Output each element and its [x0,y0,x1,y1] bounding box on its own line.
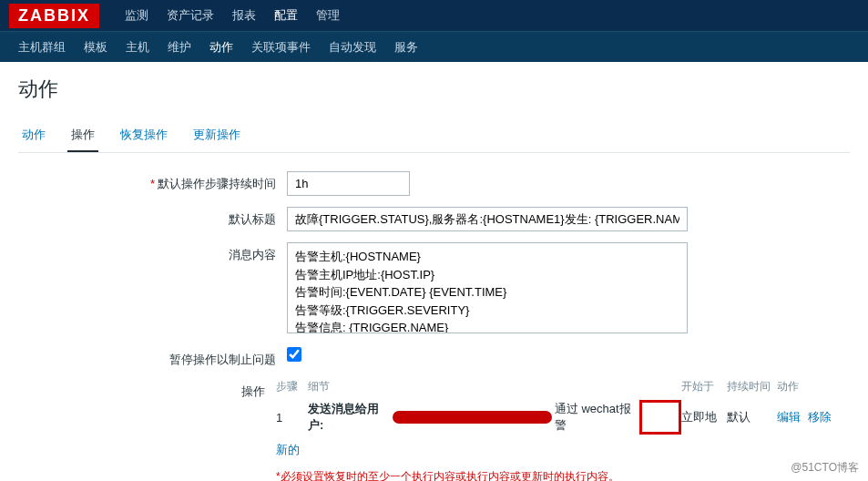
nav-configuration[interactable]: 配置 [274,7,298,24]
nav-administration[interactable]: 管理 [316,7,340,24]
ops-dur: 默认 [727,409,777,425]
ops-detail: 发送消息给用户: 通过 wechat报警 [308,400,681,435]
label-operations: 操作 [18,379,276,400]
subnav-discovery[interactable]: 自动发现 [329,39,376,56]
ops-start: 立即地 [681,409,727,425]
ops-header: 步骤 细节 开始于 持续时间 动作 [276,379,850,394]
nav-reports[interactable]: 报表 [232,7,256,24]
label-message: 消息内容 [18,242,287,263]
tab-recovery[interactable]: 恢复操作 [117,119,171,152]
ops-note: *必须设置恢复时的至少一个执行内容或执行内容或更新时的执行内容。 [276,469,850,481]
subnav-templates[interactable]: 模板 [84,39,107,56]
label-title: 默认标题 [18,207,287,228]
tabs: 动作 操作 恢复操作 更新操作 [18,119,850,153]
subnav-hostgroups[interactable]: 主机群组 [18,39,66,56]
subnav-actions[interactable]: 动作 [209,30,233,65]
ops-detail-suffix: 通过 wechat报警 [555,401,638,434]
sub-nav: 主机群组 模板 主机 维护 动作 关联项事件 自动发现 服务 [0,31,868,62]
ops-new-link[interactable]: 新的 [276,442,300,458]
subnav-services[interactable]: 服务 [394,39,418,56]
input-title[interactable] [287,207,688,231]
ops-remove-link[interactable]: 移除 [808,410,832,424]
label-duration: *默认操作步骤持续时间 [18,171,287,192]
nav-monitoring[interactable]: 监测 [125,7,148,24]
checkbox-pause[interactable] [287,347,301,362]
top-nav: ZABBIX 监测 资产记录 报表 配置 管理 [0,0,868,31]
page-title: 动作 [18,76,850,103]
ops-col-detail: 细节 [308,379,681,394]
redacted-user [393,411,552,424]
input-duration[interactable] [287,171,410,196]
ops-edit-link[interactable]: 编辑 [777,410,801,424]
ops-col-start: 开始于 [681,379,727,394]
ops-col-act: 动作 [777,379,813,394]
ops-row: 1 发送消息给用户: 通过 wechat报警 立即地 默认 编辑移除 [276,400,850,435]
label-pause: 暂停操作以制止问题 [18,347,287,368]
subnav-hosts[interactable]: 主机 [126,39,149,56]
subnav-correlation[interactable]: 关联项事件 [251,39,311,56]
ops-step: 1 [276,411,308,425]
logo[interactable]: ZABBIX [9,4,99,28]
tab-action[interactable]: 动作 [18,119,49,152]
ops-col-step: 步骤 [276,379,308,394]
ops-detail-prefix: 发送消息给用户: [308,401,390,434]
watermark: @51CTO博客 [791,460,859,476]
textarea-message[interactable]: 告警主机:{HOSTNAME} 告警主机IP地址:{HOST.IP} 告警时间:… [287,242,688,333]
subnav-maintenance[interactable]: 维护 [168,39,191,56]
tab-update[interactable]: 更新操作 [189,119,244,152]
highlight-box [639,400,681,435]
nav-inventory[interactable]: 资产记录 [167,7,214,24]
ops-col-dur: 持续时间 [727,379,777,394]
tab-operations[interactable]: 操作 [67,119,98,152]
